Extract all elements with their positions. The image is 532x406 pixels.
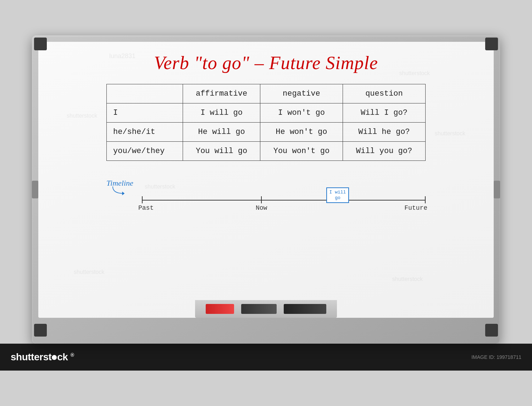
image-id: IMAGE ID: 199718711 xyxy=(471,354,521,360)
subject-you-we-they: you/we/they xyxy=(107,142,183,161)
negative-i: I won't go xyxy=(260,103,343,123)
timeline-event-box: I willgo xyxy=(326,187,349,203)
corner-bottom-left xyxy=(34,324,47,337)
col-header-subject xyxy=(107,84,183,103)
affirmative-i: I will go xyxy=(183,103,260,123)
negative-you: You won't go xyxy=(260,142,343,161)
shutterstock-trademark: ® xyxy=(71,352,74,358)
whiteboard-frame: luna2831 shutterstock shutterstock shutt… xyxy=(32,35,500,344)
table-header-row: affirmative negative question xyxy=(107,84,426,103)
timeline-line xyxy=(142,200,426,201)
board-title: Verb "to go" – Future Simple xyxy=(60,52,472,73)
question-he: Will he go? xyxy=(343,123,425,142)
negative-he: He won't go xyxy=(260,123,343,142)
page-wrapper: luna2831 shutterstock shutterstock shutt… xyxy=(0,0,532,406)
col-header-affirmative: affirmative xyxy=(183,84,260,103)
timeline-section: Timeline Past Now Future I willgo xyxy=(106,175,426,218)
watermark-3: shutterstock xyxy=(67,113,97,119)
timeline-arrow-icon xyxy=(110,185,128,196)
question-i: Will I go? xyxy=(343,103,425,123)
affirmative-you: You will go xyxy=(183,142,260,161)
shutterstock-bar: shutterstck ® IMAGE ID: 199718711 xyxy=(0,344,532,371)
grammar-table: affirmative negative question I I will g… xyxy=(106,84,426,161)
logo-eye-icon xyxy=(52,355,57,360)
tick-now xyxy=(261,196,262,203)
label-now: Now xyxy=(256,204,267,212)
col-header-negative: negative xyxy=(260,84,343,103)
subject-he-she-it: he/she/it xyxy=(107,123,183,142)
red-marker xyxy=(206,304,234,314)
label-past: Past xyxy=(138,204,154,212)
affirmative-he: He will go xyxy=(183,123,260,142)
table-row: you/we/they You will go You won't go Wil… xyxy=(107,142,426,161)
corner-top-left xyxy=(34,38,47,50)
table-row: I I will go I won't go Will I go? xyxy=(107,103,426,123)
tick-past xyxy=(142,196,143,203)
question-you: Will you go? xyxy=(343,142,425,161)
watermark-4: shutterstock xyxy=(435,130,465,137)
timeline-line-container: Past Now Future I willgo xyxy=(142,194,426,209)
label-future: Future xyxy=(404,204,427,212)
corner-bottom-right xyxy=(485,324,498,337)
table-row: he/she/it He will go He won't go Will he… xyxy=(107,123,426,142)
whiteboard-surface: luna2831 shutterstock shutterstock shutt… xyxy=(38,42,494,318)
handle-right xyxy=(494,181,500,198)
svg-marker-0 xyxy=(122,192,124,195)
watermark-6: shutterstock xyxy=(74,269,104,275)
col-header-question: question xyxy=(343,84,425,103)
subject-i: I xyxy=(107,103,183,123)
corner-top-right xyxy=(485,38,498,50)
marker-tray xyxy=(195,300,337,318)
watermark-7: shutterstock xyxy=(392,276,423,282)
shutterstock-logo: shutterstck ® xyxy=(11,351,74,363)
tick-future xyxy=(425,196,426,203)
dark-marker-1 xyxy=(241,304,277,314)
handle-left xyxy=(32,181,38,198)
dark-marker-2 xyxy=(284,304,326,314)
